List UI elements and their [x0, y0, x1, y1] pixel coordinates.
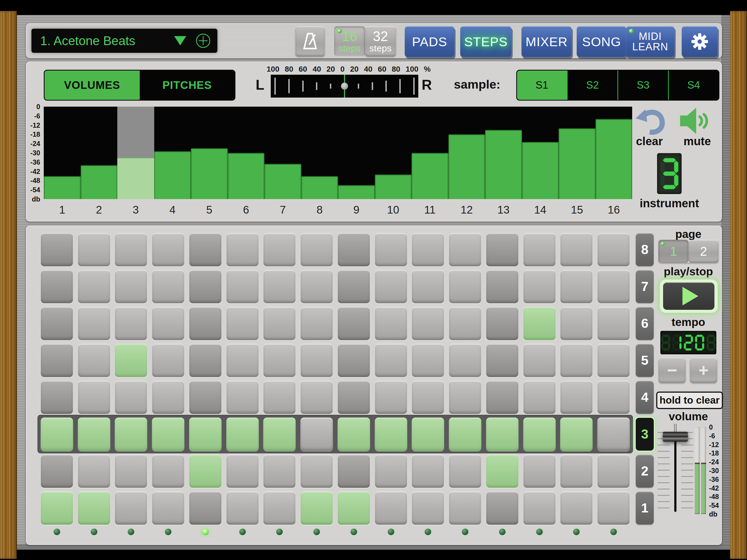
- step-cell-r8-c16[interactable]: [597, 233, 630, 266]
- steps-32-button[interactable]: 32 steps: [365, 26, 396, 56]
- row-select-button-8[interactable]: 8: [636, 233, 654, 266]
- step-cell-r7-c3[interactable]: [115, 270, 147, 303]
- step-cell-r3-c6[interactable]: [226, 417, 259, 451]
- step-cell-r2-c1[interactable]: [41, 455, 73, 488]
- step-cell-r7-c5[interactable]: [189, 270, 222, 303]
- step-cell-r8-c5[interactable]: [189, 233, 222, 266]
- hold-to-clear-button[interactable]: hold to clear: [656, 391, 723, 409]
- step-cell-r4-c15[interactable]: [560, 381, 593, 414]
- step-cell-r8-c7[interactable]: [263, 233, 295, 266]
- step-cell-r1-c9[interactable]: [338, 491, 370, 525]
- step-cell-r6-c8[interactable]: [301, 307, 333, 340]
- step-cell-r8-c3[interactable]: [115, 233, 147, 266]
- step-cell-r8-c2[interactable]: [78, 233, 110, 266]
- step-cell-r4-c3[interactable]: [115, 381, 147, 414]
- step-cell-r6-c10[interactable]: [375, 307, 407, 340]
- row-select-button-3[interactable]: 3: [636, 418, 654, 451]
- metronome-button[interactable]: [295, 26, 325, 56]
- step-cell-r1-c10[interactable]: [375, 491, 407, 525]
- step-cell-r2-c12[interactable]: [449, 455, 481, 488]
- step-cell-r7-c11[interactable]: [412, 270, 444, 303]
- step-cell-r1-c8[interactable]: [301, 491, 333, 525]
- row-select-button-5[interactable]: 5: [636, 344, 654, 377]
- step-cell-r1-c14[interactable]: [523, 491, 556, 525]
- step-cell-r4-c7[interactable]: [263, 381, 295, 414]
- step-cell-r1-c15[interactable]: [560, 491, 593, 525]
- step-cell-r7-c9[interactable]: [338, 270, 370, 303]
- volume-fader-knob[interactable]: [663, 432, 688, 441]
- volume-bar-step-4[interactable]: [154, 107, 191, 199]
- step-cell-r2-c6[interactable]: [226, 455, 259, 488]
- sample-s4-button[interactable]: S4: [668, 71, 719, 100]
- step-cell-r4-c2[interactable]: [78, 381, 110, 414]
- pan-knob[interactable]: [341, 82, 348, 90]
- step-cell-r8-c8[interactable]: [301, 233, 333, 266]
- volume-bar-step-1[interactable]: [44, 107, 81, 199]
- step-cell-r2-c4[interactable]: [152, 455, 184, 488]
- step-cell-r3-c3[interactable]: [115, 417, 147, 451]
- tab-song[interactable]: SONG: [577, 26, 626, 57]
- volume-bar-step-7[interactable]: [264, 107, 301, 199]
- volume-bar-step-2[interactable]: [81, 107, 118, 199]
- step-cell-r7-c13[interactable]: [486, 270, 518, 303]
- step-cell-r4-c5[interactable]: [189, 381, 222, 414]
- play-stop-button[interactable]: [660, 279, 718, 313]
- step-cell-r2-c16[interactable]: [597, 455, 630, 488]
- step-cell-r2-c7[interactable]: [263, 455, 295, 488]
- pan-slider[interactable]: [271, 75, 418, 98]
- step-cell-r8-c11[interactable]: [412, 233, 444, 266]
- step-cell-r6-c7[interactable]: [263, 307, 295, 340]
- step-cell-r4-c8[interactable]: [301, 381, 333, 414]
- tempo-minus-button[interactable]: −: [659, 358, 686, 383]
- step-cell-r3-c11[interactable]: [412, 417, 444, 451]
- step-cell-r1-c5[interactable]: [189, 491, 222, 525]
- step-cell-r7-c15[interactable]: [560, 270, 593, 303]
- step-cell-r8-c9[interactable]: [338, 233, 370, 266]
- step-cell-r4-c14[interactable]: [523, 381, 556, 414]
- step-cell-r4-c1[interactable]: [41, 381, 73, 414]
- volume-bar-step-11[interactable]: [412, 107, 448, 199]
- step-cell-r1-c4[interactable]: [152, 491, 184, 525]
- step-cell-r3-c10[interactable]: [375, 417, 407, 451]
- clear-button[interactable]: [634, 108, 665, 136]
- step-cell-r7-c4[interactable]: [152, 270, 184, 303]
- mute-button[interactable]: [679, 106, 712, 137]
- step-cell-r6-c14[interactable]: [523, 307, 556, 340]
- step-cell-r4-c4[interactable]: [152, 381, 184, 414]
- step-cell-r5-c3[interactable]: [115, 344, 147, 377]
- volume-bar-step-12[interactable]: [448, 107, 485, 199]
- step-cell-r1-c3[interactable]: [115, 491, 147, 525]
- step-cell-r4-c16[interactable]: [597, 381, 630, 414]
- step-cell-r5-c14[interactable]: [523, 344, 556, 377]
- step-cell-r6-c13[interactable]: [486, 307, 518, 340]
- midi-learn-button[interactable]: MIDI LEARN: [626, 26, 674, 57]
- step-cell-r1-c7[interactable]: [263, 491, 295, 525]
- step-cell-r3-c15[interactable]: [560, 417, 593, 451]
- step-cell-r3-c5[interactable]: [189, 417, 222, 451]
- step-cell-r7-c2[interactable]: [78, 270, 110, 303]
- step-cell-r4-c11[interactable]: [412, 381, 444, 414]
- page-2-button[interactable]: 2: [689, 240, 719, 263]
- step-cell-r2-c13[interactable]: [486, 455, 518, 488]
- step-cell-r7-c10[interactable]: [375, 270, 407, 303]
- step-cell-r7-c16[interactable]: [597, 270, 630, 303]
- step-cell-r2-c9[interactable]: [338, 455, 370, 488]
- step-cell-r4-c10[interactable]: [375, 381, 407, 414]
- step-cell-r3-c4[interactable]: [152, 417, 184, 451]
- volume-bar-step-13[interactable]: [485, 107, 522, 199]
- step-cell-r6-c2[interactable]: [78, 307, 110, 340]
- step-cell-r1-c2[interactable]: [78, 491, 110, 525]
- step-cell-r5-c2[interactable]: [78, 344, 110, 377]
- step-cell-r8-c15[interactable]: [560, 233, 593, 266]
- step-cell-r5-c13[interactable]: [486, 344, 518, 377]
- sample-s2-button[interactable]: S2: [567, 71, 617, 100]
- step-cell-r5-c5[interactable]: [189, 344, 222, 377]
- step-cell-r2-c11[interactable]: [412, 455, 444, 488]
- step-cell-r7-c8[interactable]: [301, 270, 333, 303]
- volume-bar-step-16[interactable]: [595, 107, 633, 199]
- step-cell-r5-c7[interactable]: [263, 344, 295, 377]
- step-cell-r1-c1[interactable]: [41, 491, 73, 525]
- step-cell-r8-c4[interactable]: [152, 233, 184, 266]
- step-cell-r6-c15[interactable]: [560, 307, 593, 340]
- tab-mixer[interactable]: MIXER: [521, 26, 572, 57]
